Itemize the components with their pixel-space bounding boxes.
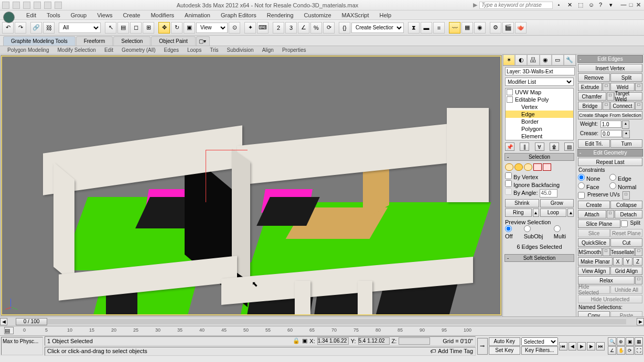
- add-time-tag-button[interactable]: Add Time Tag: [438, 348, 473, 354]
- field-of-view-button[interactable]: ∠: [608, 346, 616, 355]
- curve-editor-button[interactable]: 〰: [449, 22, 460, 34]
- track-bar-toggle-icon[interactable]: ▤: [4, 327, 14, 334]
- schematic-view-button[interactable]: ▦: [461, 22, 473, 34]
- goto-end-button[interactable]: ⏭: [596, 342, 605, 350]
- angle-snap-button[interactable]: ∠: [298, 22, 309, 34]
- attach-button[interactable]: Attach: [578, 210, 606, 218]
- key-filters-target-select[interactable]: Selected: [521, 337, 558, 346]
- create-tab-icon[interactable]: ✶: [503, 54, 515, 65]
- bridge-button[interactable]: Bridge: [578, 102, 602, 110]
- named-selection-select[interactable]: Create Selection Se: [351, 23, 404, 33]
- ribbon-expand-icon[interactable]: ▢▾: [196, 36, 210, 46]
- weight-spinner[interactable]: ▴: [622, 120, 629, 129]
- chamfer-button[interactable]: Chamfer: [578, 92, 606, 101]
- panel-loops[interactable]: Loops: [183, 47, 206, 53]
- render-button[interactable]: 🫖: [515, 22, 527, 34]
- vertex-subobj-icon[interactable]: [505, 163, 513, 171]
- set-key-big-button[interactable]: ⊸: [477, 338, 488, 355]
- modifier-list-select[interactable]: Modifier List: [505, 78, 574, 86]
- pin-stack-button[interactable]: 📌: [505, 142, 514, 151]
- eye-icon[interactable]: [507, 89, 513, 95]
- menu-views[interactable]: Views: [92, 11, 117, 19]
- edit-tri-button[interactable]: Edit Tri.: [578, 139, 610, 148]
- viewport[interactable]: [ + ] [ Perspective ] [ Realistic ]: [1, 55, 502, 316]
- utilities-tab-icon[interactable]: 🔧: [564, 54, 576, 65]
- split-checkbox[interactable]: [621, 220, 628, 228]
- stack-polygon[interactable]: Polygon: [506, 125, 573, 133]
- time-slider[interactable]: ◀ 0 / 100 ▶: [0, 316, 644, 326]
- hierarchy-tab-icon[interactable]: 品: [527, 54, 539, 65]
- msmooth-button[interactable]: MSmooth: [578, 248, 602, 256]
- menu-create[interactable]: Create: [117, 11, 145, 19]
- redo-icon[interactable]: [44, 2, 51, 9]
- auto-key-button[interactable]: Auto Key: [489, 337, 520, 346]
- cut-button[interactable]: Cut: [610, 238, 642, 247]
- object-name-input[interactable]: [505, 67, 575, 75]
- select-region-button[interactable]: ◻: [130, 22, 142, 34]
- polygon-subobj-icon[interactable]: [533, 163, 542, 171]
- planar-y-button[interactable]: Y: [623, 257, 632, 266]
- connect-button[interactable]: Connect: [610, 102, 635, 110]
- select-move-button[interactable]: ✥: [158, 22, 170, 34]
- help-icon[interactable]: ?: [599, 2, 606, 9]
- preserve-uvs-settings-button[interactable]: □: [622, 191, 630, 200]
- crease-spinner[interactable]: ▴: [622, 130, 630, 138]
- search-input[interactable]: [479, 2, 553, 9]
- menu-graph-editors[interactable]: Graph Editors: [216, 11, 262, 19]
- snap-2d-button[interactable]: 2: [273, 22, 284, 34]
- qat-dropdown-icon[interactable]: [55, 2, 62, 9]
- edit-edges-header[interactable]: Edit Edges: [577, 55, 643, 63]
- prev-frame-button[interactable]: ◀: [568, 342, 577, 350]
- edit-named-sel-button[interactable]: {}: [339, 22, 350, 34]
- planar-x-button[interactable]: X: [613, 257, 622, 266]
- goto-start-button[interactable]: ⏮: [559, 342, 567, 350]
- select-scale-button[interactable]: ▣: [184, 22, 195, 34]
- select-rotate-button[interactable]: ↻: [171, 22, 183, 34]
- coord-y-input[interactable]: [358, 337, 390, 345]
- bridge-settings-button[interactable]: □: [603, 102, 610, 110]
- stack-edge[interactable]: Edge: [506, 111, 573, 118]
- make-unique-button[interactable]: ∀: [535, 142, 544, 151]
- undo-button[interactable]: ↶: [2, 22, 14, 34]
- menu-group[interactable]: Group: [66, 11, 92, 19]
- play-button[interactable]: ▶: [577, 342, 586, 350]
- constraint-face-radio[interactable]: Face: [578, 182, 609, 190]
- tab-freeform[interactable]: Freeform: [76, 36, 113, 46]
- grid-align-button[interactable]: Grid Align: [610, 267, 642, 275]
- unlink-button[interactable]: ⛓: [43, 22, 55, 34]
- panel-tris[interactable]: Tris: [206, 47, 222, 53]
- menu-customize[interactable]: Customize: [299, 11, 337, 19]
- chamfer-settings-button[interactable]: □: [607, 92, 614, 101]
- view-align-button[interactable]: View Align: [578, 267, 610, 275]
- maximize-button[interactable]: □: [627, 2, 635, 9]
- display-tab-icon[interactable]: ▭: [552, 54, 564, 65]
- time-slider-prev-icon[interactable]: ◀: [0, 318, 7, 325]
- menu-help[interactable]: Help: [374, 11, 397, 19]
- soft-selection-rollout-header[interactable]: Soft Selection: [505, 254, 574, 262]
- weight-input[interactable]: [600, 120, 621, 128]
- keyboard-shortcut-button[interactable]: ⌨: [257, 22, 269, 34]
- stack-vertex[interactable]: Vertex: [506, 103, 573, 111]
- insert-vertex-button[interactable]: Insert Vertex: [578, 64, 642, 72]
- constraint-normal-radio[interactable]: Normal: [609, 182, 640, 190]
- select-object-button[interactable]: ↖: [105, 22, 116, 34]
- zoom-button[interactable]: 🔍: [608, 337, 616, 346]
- panel-properties[interactable]: Properties: [278, 47, 310, 53]
- menu-edit[interactable]: Edit: [21, 11, 41, 19]
- exchange-icon[interactable]: ✕: [567, 2, 575, 9]
- tab-selection[interactable]: Selection: [113, 36, 151, 46]
- selection-rollout-header[interactable]: Selection: [505, 153, 574, 161]
- render-setup-button[interactable]: ⚙: [490, 22, 501, 34]
- relax-settings-button[interactable]: □: [635, 276, 642, 284]
- relax-button[interactable]: Relax: [578, 276, 635, 284]
- make-planar-button[interactable]: Make Planar: [578, 257, 613, 266]
- favorites-star-icon[interactable]: ⋆: [557, 2, 564, 9]
- shrink-button[interactable]: Shrink: [505, 199, 539, 207]
- ring-spinner[interactable]: ▴: [533, 209, 539, 217]
- turn-button[interactable]: Turn: [610, 139, 642, 148]
- subscription-icon[interactable]: ⬚: [578, 2, 585, 9]
- modify-tab-icon[interactable]: ◐: [515, 54, 527, 65]
- pivot-center-button[interactable]: ⊙: [229, 22, 240, 34]
- edge-subobj-icon[interactable]: [514, 163, 523, 171]
- time-slider-track[interactable]: [18, 319, 626, 324]
